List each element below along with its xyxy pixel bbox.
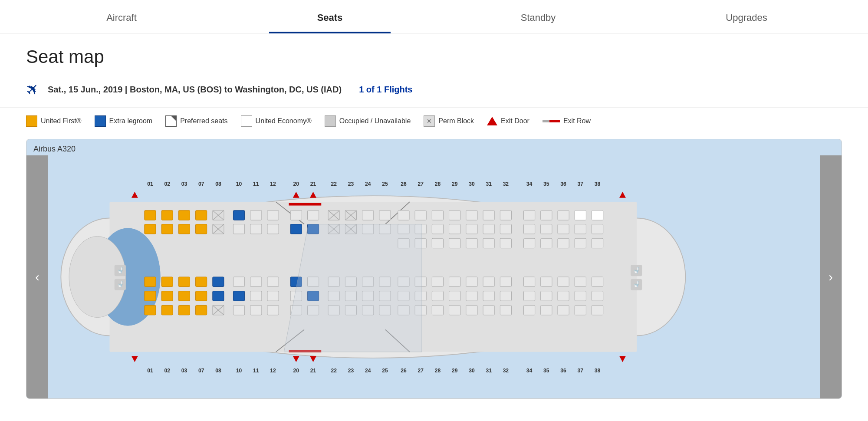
flight-details: Sat., 15 Jun., 2019 | Boston, MA, US (BO… [48,85,342,95]
svg-rect-95 [145,291,156,301]
svg-rect-225 [541,224,552,234]
legend-extra-legroom: Extra legroom [95,115,153,127]
svg-text:37: 37 [578,368,584,374]
svg-rect-212 [500,210,511,220]
svg-text:34: 34 [526,368,533,374]
svg-text:24: 24 [365,181,371,187]
svg-text:35: 35 [543,368,549,374]
svg-text:02: 02 [164,368,170,374]
svg-rect-131 [250,291,262,301]
occupied-icon [325,115,336,127]
svg-rect-97 [161,210,173,220]
svg-rect-93 [145,224,156,234]
svg-text:35: 35 [543,181,549,187]
extra-legroom-icon [95,115,106,127]
nav-arrow-left[interactable]: ‹ [26,155,48,398]
svg-rect-232 [558,238,569,248]
svg-marker-80 [310,192,316,198]
svg-point-69 [69,237,126,318]
svg-text:07: 07 [198,368,204,374]
svg-rect-109 [196,277,207,286]
svg-rect-224 [541,210,552,220]
tab-seats[interactable]: Seats [226,0,434,33]
nav-arrow-right[interactable]: › [820,155,842,398]
svg-rect-199 [449,305,460,315]
svg-text:31: 31 [486,181,492,187]
svg-text:01: 01 [147,181,153,187]
svg-rect-243 [592,224,603,234]
aircraft-label: Airbus A320 [26,139,842,155]
svg-rect-96 [145,305,156,315]
svg-rect-213 [500,224,511,234]
page-title: Seat map [0,33,868,72]
svg-text:12: 12 [270,181,276,187]
svg-marker-85 [619,356,626,362]
svg-rect-241 [575,305,586,315]
svg-rect-86 [289,203,321,206]
svg-text:03: 03 [181,368,187,374]
svg-rect-138 [290,210,302,220]
svg-text:29: 29 [452,181,458,187]
svg-rect-171 [379,210,391,220]
svg-rect-197 [449,277,460,286]
svg-rect-139 [290,224,302,234]
svg-rect-238 [575,238,586,248]
svg-text:32: 32 [503,368,509,374]
seatmap-container: Airbus A320 ‹ › 01 02 03 07 08 10 11 12 … [26,139,842,399]
svg-rect-209 [483,277,494,286]
svg-rect-230 [558,210,569,220]
svg-rect-126 [233,291,244,301]
svg-rect-216 [500,291,511,301]
plane-icon: ✈ [22,79,44,101]
svg-text:22: 22 [331,181,337,187]
svg-text:27: 27 [418,181,424,187]
legend-occupied: Occupied / Unavailable [325,115,411,127]
tab-standby[interactable]: Standby [434,0,642,33]
svg-rect-176 [398,210,409,220]
svg-marker-248 [284,224,422,352]
svg-text:🚽: 🚽 [633,266,640,274]
svg-rect-104 [178,277,190,286]
svg-rect-128 [250,210,262,220]
svg-text:11: 11 [253,368,259,374]
svg-rect-132 [250,305,262,315]
svg-rect-207 [483,224,494,234]
svg-rect-201 [466,224,477,234]
seat-map-svg: 01 02 03 07 08 10 11 12 20 21 22 23 24 2… [57,155,811,398]
svg-rect-204 [466,291,477,301]
svg-rect-105 [178,291,190,301]
svg-rect-123 [233,210,244,220]
svg-rect-222 [524,291,535,301]
svg-rect-194 [449,210,460,220]
svg-text:02: 02 [164,181,170,187]
svg-text:37: 37 [578,181,584,187]
svg-rect-236 [575,210,586,220]
svg-rect-188 [432,210,443,220]
svg-text:28: 28 [435,181,441,187]
svg-rect-127 [233,305,244,315]
svg-text:12: 12 [270,368,276,374]
svg-rect-231 [558,224,569,234]
svg-text:🚽: 🚽 [117,266,124,274]
svg-text:10: 10 [236,181,242,187]
svg-rect-205 [466,305,477,315]
svg-text:20: 20 [293,368,299,374]
tab-aircraft[interactable]: Aircraft [17,0,226,33]
svg-text:🚽: 🚽 [117,280,124,288]
svg-marker-82 [132,356,138,362]
svg-rect-103 [178,224,190,234]
svg-rect-111 [196,305,207,315]
tab-upgrades[interactable]: Upgrades [642,0,851,33]
svg-rect-240 [575,291,586,301]
svg-rect-101 [161,305,173,315]
svg-rect-218 [524,210,535,220]
svg-rect-220 [524,238,535,248]
svg-rect-244 [592,238,603,248]
svg-rect-211 [483,305,494,315]
svg-rect-233 [558,277,569,286]
flight-count: 1 of 1 Flights [359,85,412,95]
svg-text:20: 20 [293,181,299,187]
svg-rect-198 [449,291,460,301]
svg-rect-196 [449,238,460,248]
svg-rect-217 [500,305,511,315]
